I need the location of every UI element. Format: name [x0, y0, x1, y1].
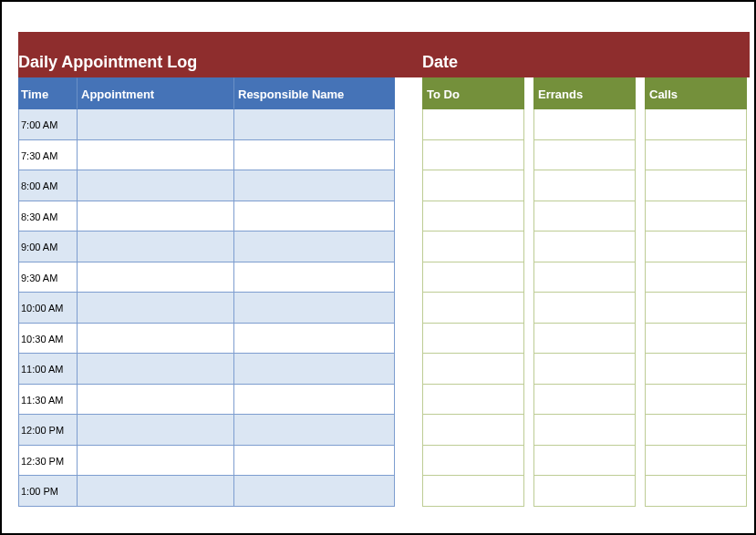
time-cell: 1:00 PM: [18, 476, 78, 507]
todo-cell[interactable]: [422, 231, 524, 262]
appointment-header-row: Time Appointment Responsible Name: [18, 77, 395, 109]
responsible-cell[interactable]: [234, 324, 395, 355]
header-appointment: Appointment: [78, 77, 234, 109]
todo-cell[interactable]: [422, 446, 524, 477]
errands-header: Errands: [533, 77, 636, 109]
calls-column: Calls: [645, 77, 747, 507]
time-cell: 9:30 AM: [18, 262, 78, 293]
errands-cell[interactable]: [533, 415, 636, 446]
appointment-cell[interactable]: [78, 476, 234, 507]
responsible-cell[interactable]: [234, 262, 395, 293]
calls-cell[interactable]: [645, 415, 747, 446]
responsible-cell[interactable]: [234, 231, 395, 262]
todo-cell[interactable]: [422, 476, 524, 507]
todo-cell[interactable]: [422, 293, 524, 324]
calls-cell[interactable]: [645, 262, 747, 293]
responsible-cell[interactable]: [234, 109, 395, 140]
todo-cell[interactable]: [422, 415, 524, 446]
page-title: Daily Appointment Log: [18, 53, 197, 72]
errands-cell[interactable]: [533, 446, 636, 477]
errands-cell[interactable]: [533, 262, 636, 293]
appointment-row: 12:30 PM: [18, 446, 395, 477]
header-time: Time: [18, 77, 78, 109]
calls-cell[interactable]: [645, 385, 747, 416]
appointment-row: 1:00 PM: [18, 476, 395, 507]
calls-cell[interactable]: [645, 109, 747, 140]
errands-cell[interactable]: [533, 324, 636, 355]
todo-cell[interactable]: [422, 109, 524, 140]
appointment-cell[interactable]: [78, 201, 234, 232]
errands-cell[interactable]: [533, 140, 636, 171]
appointment-row: 11:30 AM: [18, 385, 395, 416]
responsible-cell[interactable]: [234, 415, 395, 446]
appointment-row: 8:00 AM: [18, 170, 395, 201]
time-cell: 8:00 AM: [18, 170, 78, 201]
errands-cell[interactable]: [533, 201, 636, 232]
calls-cell[interactable]: [645, 476, 747, 507]
todo-cell[interactable]: [422, 324, 524, 355]
appointment-row: 7:00 AM: [18, 109, 395, 140]
responsible-cell[interactable]: [234, 140, 395, 171]
todo-cell[interactable]: [422, 385, 524, 416]
appointment-cell[interactable]: [78, 446, 234, 477]
time-cell: 8:30 AM: [18, 201, 78, 232]
todo-header: To Do: [422, 77, 524, 109]
appointment-body: 7:00 AM 7:30 AM 8:00 AM 8:30 AM 9:00 AM …: [18, 109, 395, 507]
errands-cell[interactable]: [533, 231, 636, 262]
responsible-cell[interactable]: [234, 170, 395, 201]
todo-cell[interactable]: [422, 262, 524, 293]
appointment-cell[interactable]: [78, 324, 234, 355]
appointment-cell[interactable]: [78, 231, 234, 262]
responsible-cell[interactable]: [234, 446, 395, 477]
todo-cell[interactable]: [422, 140, 524, 171]
date-label: Date: [422, 53, 458, 72]
appointment-cell[interactable]: [78, 140, 234, 171]
appointment-cell[interactable]: [78, 170, 234, 201]
calls-cell[interactable]: [645, 324, 747, 355]
appointment-row: 11:00 AM: [18, 354, 395, 385]
errands-cell[interactable]: [533, 170, 636, 201]
calls-cell[interactable]: [645, 446, 747, 477]
responsible-cell[interactable]: [234, 385, 395, 416]
title-banner: Daily Appointment Log Date: [18, 32, 750, 77]
todo-cell[interactable]: [422, 354, 524, 385]
time-cell: 11:00 AM: [18, 354, 78, 385]
calls-cell[interactable]: [645, 354, 747, 385]
time-cell: 9:00 AM: [18, 231, 78, 262]
time-cell: 12:30 PM: [18, 446, 78, 477]
appointment-cell[interactable]: [78, 354, 234, 385]
todo-cell[interactable]: [422, 201, 524, 232]
errands-cell[interactable]: [533, 476, 636, 507]
calls-cell[interactable]: [645, 201, 747, 232]
calls-cell[interactable]: [645, 231, 747, 262]
todo-column: To Do: [422, 77, 524, 507]
responsible-cell[interactable]: [234, 354, 395, 385]
appointment-row: 9:30 AM: [18, 262, 395, 293]
errands-column: Errands: [533, 77, 636, 507]
appointment-row: 8:30 AM: [18, 201, 395, 232]
appointment-cell[interactable]: [78, 109, 234, 140]
time-cell: 7:30 AM: [18, 140, 78, 171]
time-cell: 12:00 PM: [18, 415, 78, 446]
responsible-cell[interactable]: [234, 201, 395, 232]
appointment-row: 12:00 PM: [18, 415, 395, 446]
appointment-row: 7:30 AM: [18, 140, 395, 171]
appointment-row: 9:00 AM: [18, 231, 395, 262]
calls-cell[interactable]: [645, 170, 747, 201]
appointment-cell[interactable]: [78, 262, 234, 293]
appointment-row: 10:00 AM: [18, 293, 395, 324]
responsible-cell[interactable]: [234, 476, 395, 507]
time-cell: 11:30 AM: [18, 385, 78, 416]
appointment-row: 10:30 AM: [18, 324, 395, 355]
appointment-cell[interactable]: [78, 293, 234, 324]
errands-cell[interactable]: [533, 293, 636, 324]
appointment-cell[interactable]: [78, 385, 234, 416]
todo-cell[interactable]: [422, 170, 524, 201]
errands-cell[interactable]: [533, 385, 636, 416]
errands-cell[interactable]: [533, 354, 636, 385]
calls-cell[interactable]: [645, 140, 747, 171]
responsible-cell[interactable]: [234, 293, 395, 324]
errands-cell[interactable]: [533, 109, 636, 140]
appointment-cell[interactable]: [78, 415, 234, 446]
calls-cell[interactable]: [645, 293, 747, 324]
